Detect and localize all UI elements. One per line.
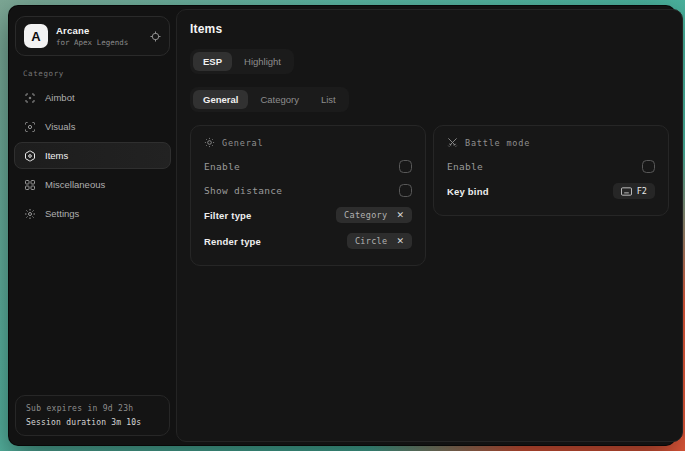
app-logo: A bbox=[24, 24, 48, 48]
setting-label: Key bind bbox=[447, 186, 489, 197]
sidebar-item-miscellaneous[interactable]: Miscellaneous bbox=[14, 171, 171, 198]
box-icon bbox=[24, 150, 36, 162]
filter-type-value: Category bbox=[344, 210, 387, 220]
sidebar-item-items[interactable]: Items bbox=[14, 142, 171, 169]
sub-expires-text: Sub expires in 9d 23h bbox=[26, 404, 159, 413]
app-header-card: A Arcane for Apex Legends bbox=[15, 16, 170, 56]
sidebar-item-aimbot[interactable]: Aimbot bbox=[14, 84, 171, 111]
app-logo-letter: A bbox=[31, 29, 40, 44]
mode-tabbar: ESP Highlight bbox=[190, 49, 294, 74]
general-panel-header: General bbox=[204, 137, 412, 148]
sidebar-item-label: Settings bbox=[45, 208, 79, 219]
tab-general[interactable]: General bbox=[193, 90, 248, 109]
tab-esp[interactable]: ESP bbox=[193, 52, 232, 71]
panels-row: General Enable Show distance Filter type… bbox=[190, 125, 669, 266]
clear-icon[interactable]: ✕ bbox=[396, 211, 404, 220]
grid-icon bbox=[24, 179, 36, 191]
sidebar-nav: Aimbot Visuals Items bbox=[9, 84, 176, 227]
setting-row-key-bind: Key bind F2 bbox=[447, 178, 655, 204]
eye-icon bbox=[24, 121, 36, 133]
setting-row-battle-enable: Enable bbox=[447, 154, 655, 178]
setting-row-show-distance: Show distance bbox=[204, 178, 412, 202]
battle-panel-header: Battle mode bbox=[447, 137, 655, 148]
setting-label: Enable bbox=[204, 161, 240, 172]
main-content: Items ESP Highlight General Category Lis… bbox=[176, 9, 683, 442]
sidebar-item-label: Items bbox=[45, 150, 68, 161]
sidebar: A Arcane for Apex Legends Category A bbox=[9, 6, 176, 445]
sidebar-item-label: Miscellaneous bbox=[45, 179, 105, 190]
setting-label: Show distance bbox=[204, 185, 282, 196]
gear-icon bbox=[24, 208, 36, 220]
tab-list[interactable]: List bbox=[311, 90, 346, 109]
filter-type-select[interactable]: Category ✕ bbox=[336, 207, 412, 223]
setting-label: Enable bbox=[447, 161, 483, 172]
tab-category[interactable]: Category bbox=[250, 90, 309, 109]
setting-row-filter-type: Filter type Category ✕ bbox=[204, 202, 412, 228]
render-type-select[interactable]: Circle ✕ bbox=[347, 233, 412, 249]
key-bind-button[interactable]: F2 bbox=[613, 183, 655, 199]
view-tabbar: General Category List bbox=[190, 87, 349, 112]
target-icon[interactable] bbox=[150, 31, 161, 42]
subscription-card: Sub expires in 9d 23h Session duration 3… bbox=[15, 395, 170, 436]
battle-panel-title: Battle mode bbox=[465, 138, 530, 148]
app-subtitle: for Apex Legends bbox=[56, 38, 142, 47]
app-titles: Arcane for Apex Legends bbox=[56, 25, 142, 47]
enable-checkbox[interactable] bbox=[399, 160, 412, 173]
setting-label: Render type bbox=[204, 236, 261, 247]
setting-row-render-type: Render type Circle ✕ bbox=[204, 228, 412, 254]
setting-row-enable: Enable bbox=[204, 154, 412, 178]
general-panel: General Enable Show distance Filter type… bbox=[190, 125, 426, 266]
sidebar-item-label: Visuals bbox=[45, 121, 75, 132]
page-title: Items bbox=[190, 22, 669, 36]
crosshair-icon bbox=[24, 92, 36, 104]
swords-icon bbox=[447, 137, 458, 148]
keyboard-icon bbox=[621, 187, 632, 196]
battle-mode-panel: Battle mode Enable Key bind bbox=[433, 125, 669, 216]
render-type-value: Circle bbox=[355, 236, 388, 246]
battle-enable-checkbox[interactable] bbox=[642, 160, 655, 173]
setting-label: Filter type bbox=[204, 210, 252, 221]
general-panel-title: General bbox=[222, 138, 263, 148]
app-name: Arcane bbox=[56, 25, 142, 36]
app-window: A Arcane for Apex Legends Category A bbox=[8, 5, 676, 446]
key-bind-value: F2 bbox=[637, 186, 647, 196]
sidebar-item-label: Aimbot bbox=[45, 92, 75, 103]
sun-icon bbox=[204, 137, 215, 148]
show-distance-checkbox[interactable] bbox=[399, 184, 412, 197]
sidebar-item-settings[interactable]: Settings bbox=[14, 200, 171, 227]
sidebar-item-visuals[interactable]: Visuals bbox=[14, 113, 171, 140]
sidebar-spacer bbox=[9, 227, 176, 395]
session-duration-text: Session duration 3m 10s bbox=[26, 418, 159, 427]
category-label: Category bbox=[23, 69, 176, 78]
tab-highlight[interactable]: Highlight bbox=[234, 52, 291, 71]
clear-icon[interactable]: ✕ bbox=[396, 237, 404, 246]
